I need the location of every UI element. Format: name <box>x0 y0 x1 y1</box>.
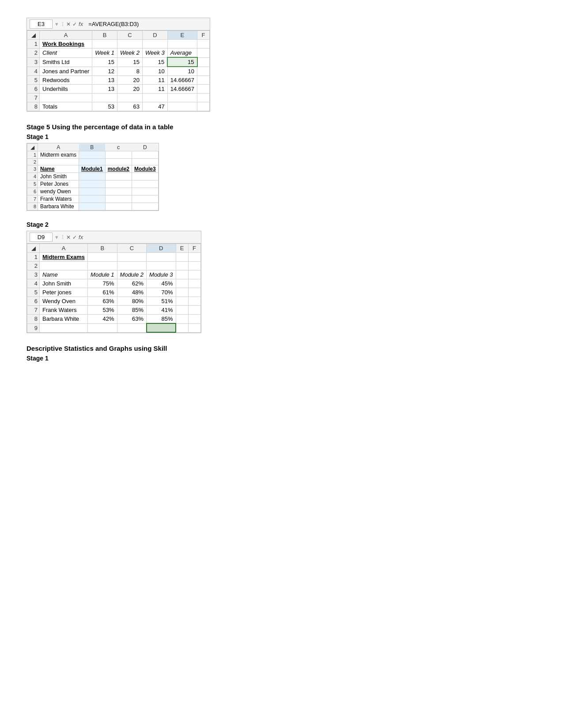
cell-ref-box-2[interactable]: D9 <box>30 233 53 242</box>
s2-cell-d5[interactable]: 70% <box>147 288 176 297</box>
cell-c3[interactable]: 15 <box>117 57 143 67</box>
s2-cell-c6[interactable]: 80% <box>117 297 146 306</box>
mini-spreadsheet-wrapper: ◢ A B c D 1 Midterm exams 2 <box>26 143 159 211</box>
s2-cell-d8[interactable]: 85% <box>147 315 176 324</box>
cell-a8[interactable]: Totals <box>40 102 92 111</box>
mini-grid: ◢ A B c D 1 Midterm exams 2 <box>27 143 159 210</box>
s2-cell-a4[interactable]: John Smith <box>40 279 88 288</box>
spreadsheet2-grid: ◢ A B C D E F 1 Midterm Exams 2 <box>27 244 201 333</box>
s2-cell-b8[interactable]: 42% <box>88 315 117 324</box>
mini-cell-a4[interactable]: John Smith <box>38 173 79 180</box>
s2-cell-c8[interactable]: 63% <box>117 315 146 324</box>
s2-cell-c3[interactable]: Module 2 <box>117 270 146 279</box>
cell-d4[interactable]: 10 <box>142 67 167 76</box>
stage2-label: Stage 2 <box>26 221 537 228</box>
table-row: 2 <box>27 262 201 270</box>
cell-a1[interactable]: Work Bookings <box>40 40 92 49</box>
formula-sep-4: ⁝ <box>62 234 64 240</box>
cell-b3[interactable]: 15 <box>92 57 117 67</box>
mini-cell-a6[interactable]: wendy Owen <box>38 188 79 195</box>
mini-cell-a7[interactable]: Frank Waters <box>38 195 79 203</box>
cell-e5[interactable]: 14.66667 <box>167 76 197 85</box>
s2-cell-d9[interactable] <box>147 323 176 332</box>
table-row: 2 Client Week 1 Week 2 Week 3 Average <box>27 49 210 58</box>
s2-cell-b7[interactable]: 53% <box>88 306 117 315</box>
cell-ref-box-1[interactable]: E3 <box>30 19 53 29</box>
mini-cell-a5[interactable]: Peter Jones <box>38 180 79 188</box>
corner: ◢ <box>27 31 40 40</box>
s2-cell-c7[interactable]: 85% <box>117 306 146 315</box>
s2-cell-b3[interactable]: Module 1 <box>88 270 117 279</box>
cell-e4[interactable]: 10 <box>167 67 197 76</box>
formula-bar-2: D9 ▾ ⁝ ✕ ✓ fx <box>27 231 201 244</box>
cell-d6[interactable]: 11 <box>142 85 167 94</box>
confirm-icon-2[interactable]: ✓ <box>72 234 77 240</box>
cell-b6[interactable]: 13 <box>92 85 117 94</box>
cell-a4[interactable]: Jones and Partner <box>40 67 92 76</box>
cell-d8[interactable]: 47 <box>142 102 167 111</box>
table-row: 5 Peter jones 61% 48% 70% <box>27 288 201 297</box>
table-row: 8 Barbara White 42% 63% 85% <box>27 315 201 324</box>
cell-e3[interactable]: 15 <box>167 57 197 67</box>
cell-c2[interactable]: Week 2 <box>117 49 143 58</box>
s2-cell-a7[interactable]: Frank Waters <box>40 306 88 315</box>
s2-cell-d6[interactable]: 51% <box>147 297 176 306</box>
mini-cell-a8[interactable]: Barbara White <box>38 203 79 210</box>
s2-cell-a8[interactable]: Barbara White <box>40 315 88 324</box>
s2-cell-a5[interactable]: Peter jones <box>40 288 88 297</box>
cell-b8[interactable]: 53 <box>92 102 117 111</box>
confirm-icon[interactable]: ✓ <box>72 21 77 27</box>
table-row: 8 Barbara White <box>27 203 159 210</box>
formula-sep-1: ▾ <box>55 21 58 27</box>
cancel-icon-2[interactable]: ✕ <box>66 234 71 240</box>
cell-d2[interactable]: Week 3 <box>142 49 167 58</box>
cell-d3[interactable]: 15 <box>142 57 167 67</box>
s2-cell-a3[interactable]: Name <box>40 270 88 279</box>
s2-cell-d3[interactable]: Module 3 <box>147 270 176 279</box>
table-row: 4 John Smith 75% 62% 45% <box>27 279 201 288</box>
cell-a6[interactable]: Underhills <box>40 85 92 94</box>
table-row: 6 wendy Owen <box>27 188 159 195</box>
cell-b5[interactable]: 13 <box>92 76 117 85</box>
cell-e2[interactable]: Average <box>167 49 197 58</box>
mini-cell-a1[interactable]: Midterm exams <box>38 151 79 159</box>
cancel-icon[interactable]: ✕ <box>66 21 71 27</box>
cell-c8[interactable]: 63 <box>117 102 143 111</box>
mini-col-A: A <box>38 144 79 151</box>
cell-c5[interactable]: 20 <box>117 76 143 85</box>
s2-cell-c5[interactable]: 48% <box>117 288 146 297</box>
mini-cell-a3[interactable]: Name <box>38 165 79 173</box>
cell-b2[interactable]: Week 1 <box>92 49 117 58</box>
cell-e6[interactable]: 14.66667 <box>167 85 197 94</box>
cell-a2[interactable]: Client <box>40 49 92 58</box>
col-F: F <box>197 31 210 40</box>
mini-cell-d3[interactable]: Module3 <box>132 165 159 173</box>
table-row: 3 Name Module1 module2 Module3 <box>27 165 159 173</box>
mini-cell-b3[interactable]: Module1 <box>79 165 106 173</box>
mini-cell-c3[interactable]: module2 <box>105 165 132 173</box>
formula-bar-1: E3 ▾ ⁝ ✕ ✓ fx =AVERAGE(B3:D3) <box>27 18 210 30</box>
s2-cell-c4[interactable]: 62% <box>117 279 146 288</box>
cell-c4[interactable]: 8 <box>117 67 143 76</box>
s2-cell-b4[interactable]: 75% <box>88 279 117 288</box>
s2-cell-a6[interactable]: Wendy Oven <box>40 297 88 306</box>
s2-cell-d4[interactable]: 45% <box>147 279 176 288</box>
cell-c6[interactable]: 20 <box>117 85 143 94</box>
col-A: A <box>40 31 92 40</box>
mini-col-C: c <box>105 144 132 151</box>
cell-b4[interactable]: 12 <box>92 67 117 76</box>
col-B: B <box>92 31 117 40</box>
s2-cell-b6[interactable]: 63% <box>88 297 117 306</box>
s2-col-A: A <box>40 244 88 253</box>
s2-cell-a1[interactable]: Midterm Exams <box>40 253 88 262</box>
cell-a5[interactable]: Redwoods <box>40 76 92 85</box>
stage1b-label: Stage 1 <box>26 355 537 362</box>
s2-cell-b5[interactable]: 61% <box>88 288 117 297</box>
table-row: 7 <box>27 94 210 102</box>
cell-a3[interactable]: Smiths Ltd <box>40 57 92 67</box>
cell-d5[interactable]: 11 <box>142 76 167 85</box>
mini-col-D: D <box>132 144 159 151</box>
table-row: 6 Wendy Oven 63% 80% 51% <box>27 297 201 306</box>
s2-col-B: B <box>88 244 117 253</box>
s2-cell-d7[interactable]: 41% <box>147 306 176 315</box>
